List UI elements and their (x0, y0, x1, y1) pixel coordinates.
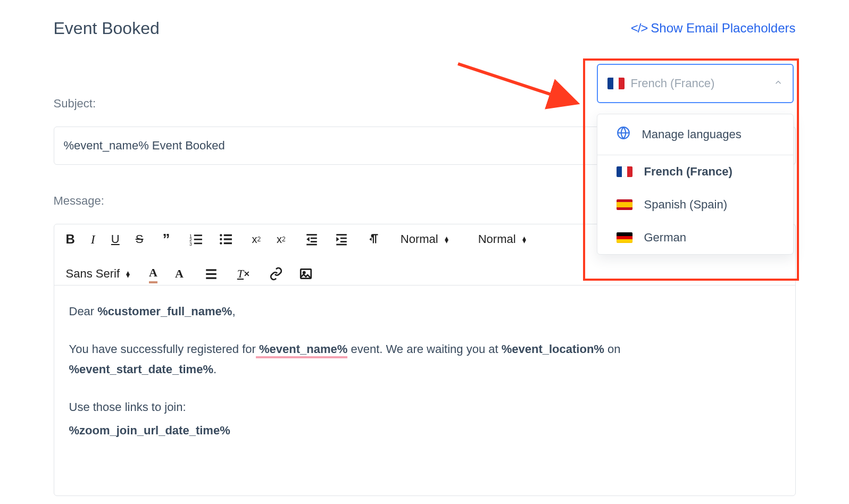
language-option-label: French (France) (644, 165, 733, 179)
svg-rect-16 (311, 238, 317, 239)
language-option-spanish[interactable]: Spanish (Spain) (597, 188, 793, 221)
svg-rect-26 (206, 269, 217, 271)
clear-formatting-button[interactable]: T✕ (237, 267, 250, 281)
font-family-select[interactable]: Sans Serif (66, 267, 130, 281)
svg-rect-7 (194, 239, 202, 240)
outdent-button[interactable] (305, 232, 319, 246)
placeholder-event-start: %event_start_date_time% (69, 363, 213, 376)
body-text: Use those links to join: (69, 397, 780, 417)
show-placeholders-label: Show Email Placeholders (651, 21, 795, 36)
language-option-german[interactable]: German (597, 221, 793, 254)
subscript-button[interactable]: x2 (252, 233, 261, 246)
svg-marker-24 (336, 237, 339, 242)
font-family-label: Sans Serif (66, 267, 120, 281)
size-select-label: Normal (478, 232, 516, 246)
svg-rect-27 (206, 273, 217, 275)
unordered-list-button[interactable] (219, 232, 232, 246)
language-option-french[interactable]: French (France) (597, 155, 793, 188)
text-color-button[interactable]: A (149, 266, 157, 282)
flag-fr-icon (617, 166, 632, 177)
flag-fr-icon (607, 78, 625, 89)
globe-icon (617, 126, 630, 143)
flag-de-icon (617, 232, 632, 243)
svg-rect-12 (224, 234, 232, 236)
svg-rect-22 (340, 241, 347, 242)
text-direction-button[interactable] (368, 232, 381, 246)
editor-content[interactable]: Dear %customer_full_name%, You have succ… (54, 285, 795, 495)
svg-rect-14 (224, 242, 232, 244)
page-title: Event Booked (54, 19, 160, 38)
rich-text-editor: B I U S ” 123 x2 x2 (54, 224, 796, 496)
image-button[interactable] (299, 267, 313, 281)
heading-select[interactable]: Normal (401, 232, 448, 246)
link-button[interactable] (269, 267, 283, 281)
show-email-placeholders-link[interactable]: </> Show Email Placeholders (631, 21, 796, 36)
placeholder-zoom-url: %zoom_join_url_date_time% (69, 424, 230, 437)
code-icon: </> (631, 21, 648, 36)
body-text: on (604, 342, 621, 356)
italic-button[interactable]: I (91, 232, 95, 247)
select-caret-icon (522, 235, 526, 243)
svg-rect-23 (336, 244, 347, 246)
svg-marker-25 (369, 238, 371, 241)
blockquote-button[interactable]: ” (162, 237, 170, 242)
language-option-label: German (644, 231, 686, 245)
svg-rect-28 (206, 278, 217, 279)
body-text: Dear (69, 305, 98, 318)
select-caret-icon (445, 235, 448, 243)
select-caret-icon (126, 270, 130, 278)
language-dropdown: Manage languages French (France) Spanish… (597, 114, 794, 255)
body-text: event. We are waiting you at (347, 342, 501, 356)
svg-point-11 (220, 242, 222, 244)
svg-rect-13 (224, 238, 232, 240)
strikethrough-button[interactable]: S (136, 232, 144, 246)
superscript-button[interactable]: x2 (277, 233, 286, 246)
placeholder-customer-name: %customer_full_name% (97, 305, 232, 318)
language-select-placeholder: French (France) (631, 77, 773, 90)
manage-languages-option[interactable]: Manage languages (597, 114, 793, 155)
svg-point-30 (303, 272, 305, 273)
ordered-list-button[interactable]: 123 (189, 232, 203, 246)
size-select[interactable]: Normal (478, 232, 526, 246)
svg-rect-21 (340, 238, 347, 239)
align-button[interactable] (204, 267, 218, 281)
manage-languages-label: Manage languages (642, 128, 742, 141)
body-text: You have successfully registered for (69, 342, 256, 356)
heading-select-label: Normal (401, 232, 438, 246)
placeholder-event-location: %event_location% (502, 342, 604, 356)
underline-button[interactable]: U (111, 232, 120, 246)
svg-rect-18 (306, 244, 317, 246)
svg-point-9 (220, 234, 222, 236)
text-background-button[interactable]: A (173, 267, 185, 281)
chevron-up-icon (773, 78, 783, 89)
bold-button[interactable]: B (66, 232, 75, 247)
placeholder-event-name: %event_name% (256, 342, 347, 358)
svg-rect-8 (194, 243, 202, 245)
language-select[interactable]: French (France) (597, 64, 794, 103)
indent-button[interactable] (335, 232, 348, 246)
svg-rect-20 (336, 234, 347, 236)
svg-rect-6 (194, 234, 202, 236)
flag-es-icon (617, 199, 632, 210)
svg-rect-15 (306, 234, 317, 236)
svg-marker-19 (306, 237, 309, 242)
svg-point-10 (220, 238, 222, 240)
language-option-label: Spanish (Spain) (644, 198, 728, 212)
svg-text:3: 3 (190, 241, 193, 246)
svg-rect-17 (311, 241, 317, 242)
